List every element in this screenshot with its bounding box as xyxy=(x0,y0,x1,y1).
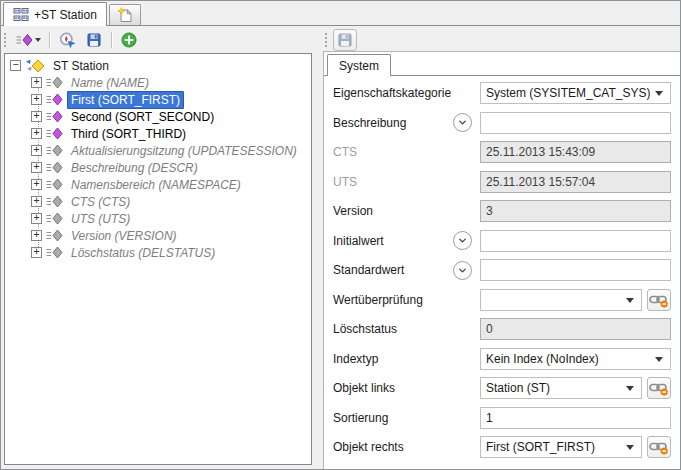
form-row-sortierung: Sortierung xyxy=(333,407,671,429)
select-objekt_rechts[interactable]: First (SORT_FIRST) xyxy=(480,436,642,458)
expand-icon[interactable]: + xyxy=(31,128,42,139)
toolbar-grip-handle[interactable] xyxy=(324,32,328,48)
property-form-panel: System EigenschaftskategorieSystem (SYSI… xyxy=(323,52,680,469)
field-label-initialwert: Initialwert xyxy=(333,234,453,248)
tab-system[interactable]: System xyxy=(327,54,391,76)
expand-icon[interactable]: + xyxy=(31,94,42,105)
tree-item[interactable]: +Version (VERSION) xyxy=(5,227,311,244)
field-label-version: Version xyxy=(333,204,453,218)
tree-item-label[interactable]: Third (SORT_THIRD) xyxy=(67,125,190,143)
input-beschreibung[interactable] xyxy=(480,112,671,134)
tree-root-label[interactable]: ST Station xyxy=(49,57,113,75)
tree-item[interactable]: +First (SORT_FIRST) xyxy=(5,91,311,108)
system-property-icon xyxy=(46,212,63,225)
link-object-button-objekt_links[interactable] xyxy=(647,377,671,399)
expand-icon[interactable]: + xyxy=(31,111,42,122)
select-value: System (SYSITEM_CAT_SYS) xyxy=(481,83,650,103)
save-button-disabled[interactable] xyxy=(333,29,357,51)
tree-item[interactable]: +CTS (CTS) xyxy=(5,193,311,210)
new-property-button[interactable] xyxy=(12,29,44,51)
expand-icon[interactable]: + xyxy=(31,145,42,156)
tree-item[interactable]: +Name (NAME) xyxy=(5,74,311,91)
input-loeschstatus[interactable] xyxy=(480,318,671,340)
input-cts[interactable] xyxy=(480,141,671,163)
pane-splitter[interactable] xyxy=(312,28,323,469)
expand-value-button[interactable] xyxy=(453,261,472,280)
form-rows: EigenschaftskategorieSystem (SYSITEM_CAT… xyxy=(324,82,680,466)
tree-item[interactable]: +Beschreibung (DESCR) xyxy=(5,159,311,176)
tree-item[interactable]: +Löschstatus (DELSTATUS) xyxy=(5,244,311,261)
tree-item[interactable]: +Second (SORT_SECOND) xyxy=(5,108,311,125)
control-area: System (SYSITEM_CAT_SYS) xyxy=(480,82,671,104)
chain-link-icon xyxy=(649,292,669,308)
chevron-down-icon xyxy=(626,445,634,450)
add-button[interactable] xyxy=(117,29,141,51)
collapse-icon[interactable]: − xyxy=(10,60,21,71)
control-area xyxy=(480,112,671,134)
input-standardwert[interactable] xyxy=(480,259,671,281)
field-label-indextyp: Indextyp xyxy=(333,352,453,366)
chevron-down-icon xyxy=(626,298,634,303)
link-object-button-wertueberpruefung[interactable] xyxy=(647,289,671,311)
chevron-down-icon xyxy=(457,235,468,246)
input-initialwert[interactable] xyxy=(480,230,671,252)
compass-icon xyxy=(59,32,76,48)
select-indextyp[interactable]: Kein Index (NoIndex) xyxy=(480,348,671,370)
tab-label: +ST Station xyxy=(34,8,97,22)
tree-item[interactable]: +Third (SORT_THIRD) xyxy=(5,125,311,142)
new-document-icon xyxy=(117,7,133,23)
system-property-icon xyxy=(46,76,63,89)
control-area xyxy=(480,259,671,281)
tree-item-label[interactable]: UTS (UTS) xyxy=(67,210,134,228)
expander-slot xyxy=(453,261,480,280)
expand-icon[interactable]: + xyxy=(31,196,42,207)
control-area xyxy=(480,289,671,311)
save-icon xyxy=(337,32,353,48)
input-version[interactable] xyxy=(480,200,671,222)
tree-item-label[interactable]: Version (VERSION) xyxy=(67,227,181,245)
tree-root[interactable]: − ST Station xyxy=(5,57,311,74)
document-tabstrip: +ST Station xyxy=(1,1,680,26)
expand-icon[interactable]: + xyxy=(31,230,42,241)
link-object-button-objekt_rechts[interactable] xyxy=(647,436,671,458)
select-objekt_links[interactable]: Station (ST) xyxy=(480,377,642,399)
tree-item[interactable]: +Namensbereich (NAMESPACE) xyxy=(5,176,311,193)
field-label-eigenschaftskategorie: Eigenschaftskategorie xyxy=(333,86,453,100)
field-label-sortierung: Sortierung xyxy=(333,411,453,425)
form-toolbar xyxy=(324,28,357,51)
tree-item-label[interactable]: First (SORT_FIRST) xyxy=(67,91,184,109)
expand-value-button[interactable] xyxy=(453,231,472,250)
expand-icon[interactable]: + xyxy=(31,213,42,224)
tree-item[interactable]: +Aktualisierungsitzung (UPDATESESSION) xyxy=(5,142,311,159)
expand-icon[interactable]: + xyxy=(31,77,42,88)
tree-item-label[interactable]: CTS (CTS) xyxy=(67,193,134,211)
select-eigenschaftskategorie[interactable]: System (SYSITEM_CAT_SYS) xyxy=(480,82,671,104)
select-value: First (SORT_FIRST) xyxy=(481,437,595,457)
control-area xyxy=(480,171,671,193)
tab-new-item[interactable] xyxy=(109,4,141,25)
tree-item[interactable]: +UTS (UTS) xyxy=(5,210,311,227)
tree-item-label[interactable]: Name (NAME) xyxy=(67,74,153,92)
tab-st-station[interactable]: +ST Station xyxy=(3,2,107,26)
control-area: First (SORT_FIRST) xyxy=(480,436,671,458)
tree-item-label[interactable]: Second (SORT_SECOND) xyxy=(67,108,218,126)
save-button[interactable] xyxy=(82,29,106,51)
expand-icon[interactable]: + xyxy=(31,179,42,190)
expand-icon[interactable]: + xyxy=(31,162,42,173)
tree-item-label[interactable]: Beschreibung (DESCR) xyxy=(67,159,202,177)
navigate-button[interactable] xyxy=(55,29,79,51)
chevron-down-icon xyxy=(655,357,663,362)
form-row-beschreibung: Beschreibung xyxy=(333,112,671,134)
control-area xyxy=(480,230,671,252)
input-uts[interactable] xyxy=(480,171,671,193)
tree-item-label[interactable]: Löschstatus (DELSTATUS) xyxy=(67,244,219,262)
dropdown-caret-icon xyxy=(35,38,41,42)
tree-item-label[interactable]: Aktualisierungsitzung (UPDATESESSION) xyxy=(67,142,301,160)
input-sortierung[interactable] xyxy=(480,407,671,429)
tree-item-label[interactable]: Namensbereich (NAMESPACE) xyxy=(67,176,245,194)
expand-icon[interactable]: + xyxy=(31,247,42,258)
select-wertueberpruefung[interactable] xyxy=(480,289,642,311)
toolbar-grip-handle[interactable] xyxy=(3,32,7,48)
expand-value-button[interactable] xyxy=(453,113,472,132)
chevron-down-icon xyxy=(457,265,468,276)
